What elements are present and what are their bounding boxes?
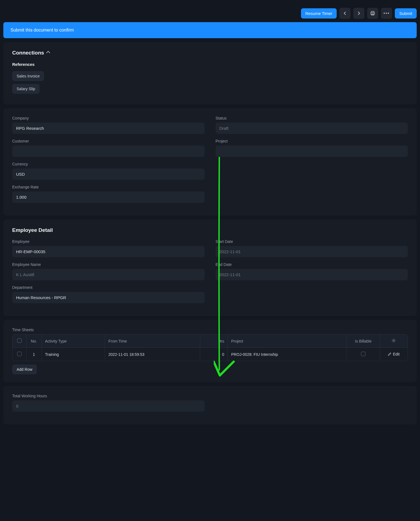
header-settings[interactable] [380, 335, 408, 348]
employee-label: Employee [12, 239, 205, 244]
start-date-field[interactable] [216, 246, 408, 257]
employee-name-field [12, 269, 205, 280]
end-date-field[interactable] [216, 269, 408, 280]
total-working-hours-label: Total Working Hours [12, 394, 205, 398]
exchange-rate-field[interactable] [12, 191, 205, 203]
more-menu-button[interactable]: ••• [381, 8, 392, 19]
timesheets-table: No. Activity Type From Time Hrs Project … [12, 335, 408, 361]
reference-chip-salary-slip[interactable]: Salary Slip [12, 84, 40, 94]
prev-button[interactable] [339, 8, 351, 19]
cell-no: 1 [26, 348, 42, 361]
billable-checkbox[interactable] [361, 352, 365, 356]
status-label: Status [216, 116, 408, 120]
edit-row-button[interactable]: Edit [388, 352, 400, 356]
project-label: Project [216, 139, 408, 143]
top-toolbar: Resume Timer ••• Submit [3, 3, 417, 22]
svg-rect-1 [371, 12, 375, 14]
department-label: Department [12, 285, 205, 290]
add-row-button[interactable]: Add Row [12, 364, 37, 374]
print-button[interactable] [367, 8, 378, 19]
project-field[interactable] [216, 146, 408, 157]
cell-from[interactable]: 2022-11-01 18:59:53 [105, 348, 200, 361]
checkbox-icon [17, 338, 22, 343]
currency-field[interactable] [12, 169, 205, 180]
header-project[interactable]: Project [228, 335, 347, 348]
currency-label: Currency [12, 162, 205, 166]
svg-point-3 [393, 340, 395, 341]
company-field[interactable] [12, 123, 205, 134]
next-button[interactable] [353, 8, 364, 19]
timesheets-card: Time Sheets No. Activity Type From Time … [3, 320, 417, 382]
row-checkbox[interactable] [17, 352, 22, 356]
header-no: No. [26, 335, 42, 348]
end-date-label: End Date [216, 262, 408, 267]
references-label: References [12, 62, 408, 67]
connections-title[interactable]: Connections [12, 50, 408, 56]
header-activity[interactable]: Activity Type [42, 335, 105, 348]
submit-button[interactable]: Submit [395, 8, 417, 19]
cell-activity[interactable]: Training [42, 348, 105, 361]
connections-card: Connections References Sales Invoice Sal… [3, 42, 417, 104]
gear-icon [391, 338, 396, 343]
cell-billable[interactable] [347, 348, 380, 361]
employee-detail-card: Employee Detail Employee Employee Name D… [3, 219, 417, 316]
chevron-right-icon [357, 11, 360, 15]
employee-detail-title: Employee Detail [12, 227, 408, 233]
exchange-rate-label: Exchange Rate [12, 185, 205, 189]
confirm-banner: Submit this document to confirm [3, 22, 417, 38]
timesheets-label: Time Sheets [12, 328, 408, 332]
employee-field[interactable] [12, 246, 205, 257]
header-from[interactable]: From Time [105, 335, 200, 348]
cell-hrs[interactable]: 0 [200, 348, 228, 361]
company-label: Company [12, 116, 205, 120]
total-working-hours-field [12, 400, 205, 412]
printer-icon [370, 11, 375, 16]
header-billable[interactable]: Is Billable [347, 335, 380, 348]
header-hrs[interactable]: Hrs [200, 335, 228, 348]
customer-field[interactable] [12, 146, 205, 157]
totals-card: Total Working Hours [3, 386, 417, 424]
resume-timer-button[interactable]: Resume Timer [301, 8, 337, 19]
ellipsis-icon: ••• [383, 11, 390, 16]
reference-chip-sales-invoice[interactable]: Sales Invoice [12, 71, 44, 81]
pencil-icon [388, 352, 391, 356]
employee-name-label: Employee Name [12, 262, 205, 267]
cell-project[interactable]: PROJ-0028: FIU Internship [228, 348, 347, 361]
customer-label: Customer [12, 139, 205, 143]
status-field [216, 123, 408, 134]
start-date-label: Start Date [216, 239, 408, 244]
chevron-left-icon [344, 11, 346, 15]
header-checkbox[interactable] [12, 335, 26, 348]
company-card: Company Customer Currency Exchange Rate … [3, 108, 417, 216]
connections-title-text: Connections [12, 50, 44, 56]
chevron-up-icon [46, 51, 50, 55]
edit-label: Edit [393, 352, 400, 356]
table-row[interactable]: 1 Training 2022-11-01 18:59:53 0 PROJ-00… [12, 348, 408, 361]
department-field[interactable] [12, 292, 205, 303]
